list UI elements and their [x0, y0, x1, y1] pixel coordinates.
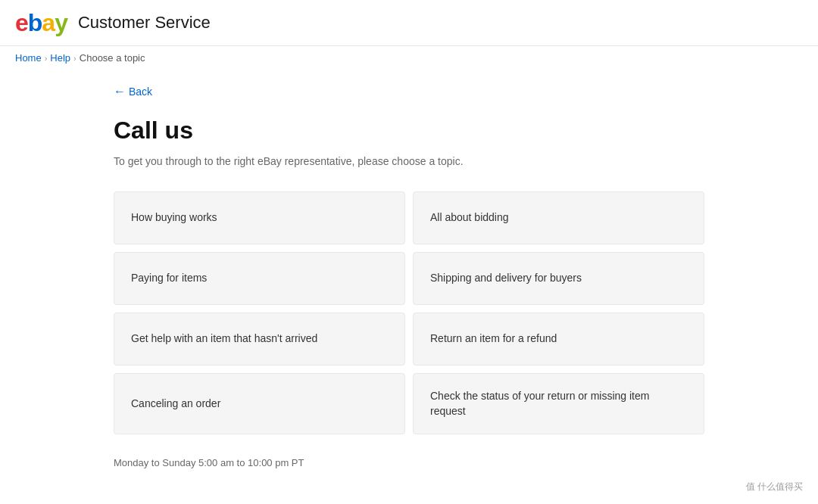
- ebay-logo[interactable]: ebay: [15, 11, 67, 35]
- back-link-label: Back: [129, 86, 152, 98]
- topic-return-refund[interactable]: Return an item for a refund: [413, 313, 704, 366]
- footer-hours: Monday to Sunday 5:00 am to 10:00 pm PT: [114, 457, 704, 468]
- breadcrumb-home[interactable]: Home: [15, 52, 42, 64]
- topic-how-buying-works[interactable]: How buying works: [114, 191, 405, 244]
- back-arrow-icon: ←: [114, 85, 126, 98]
- breadcrumb-current: Choose a topic: [80, 52, 145, 64]
- topics-grid: How buying works All about bidding Payin…: [114, 191, 704, 434]
- main-content: ← Back Call us To get you through to the…: [83, 70, 735, 499]
- topic-check-return-status[interactable]: Check the status of your return or missi…: [413, 373, 704, 434]
- topic-paying-for-items[interactable]: Paying for items: [114, 252, 405, 305]
- breadcrumb-sep-1: ›: [45, 54, 48, 63]
- topic-all-about-bidding[interactable]: All about bidding: [413, 191, 704, 244]
- page-title: Call us: [114, 117, 704, 145]
- header-title: Customer Service: [78, 13, 211, 33]
- page-subtitle: To get you through to the right eBay rep…: [114, 155, 704, 167]
- breadcrumb-help[interactable]: Help: [50, 52, 70, 64]
- back-link[interactable]: ← Back: [114, 85, 152, 98]
- topic-shipping-delivery[interactable]: Shipping and delivery for buyers: [413, 252, 704, 305]
- topic-item-not-arrived[interactable]: Get help with an item that hasn't arrive…: [114, 313, 405, 366]
- breadcrumb-sep-2: ›: [73, 54, 76, 63]
- topic-canceling-order[interactable]: Canceling an order: [114, 373, 405, 434]
- header: ebay Customer Service: [0, 0, 818, 46]
- breadcrumb: Home › Help › Choose a topic: [0, 46, 818, 70]
- watermark: 值 什么值得买: [746, 481, 803, 493]
